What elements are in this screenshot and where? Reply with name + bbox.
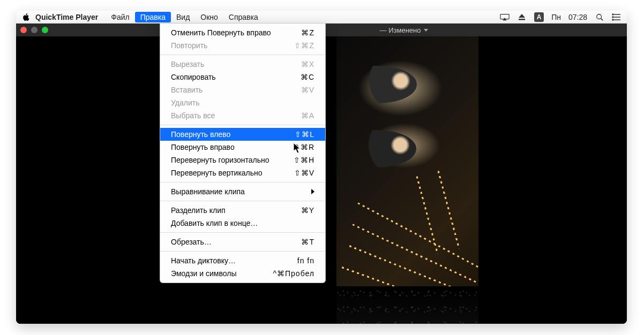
menu-item-shortcut: ⌘X: [301, 60, 314, 68]
zoom-window-button[interactable]: [42, 27, 48, 33]
menu-item[interactable]: Добавить клип в конце…: [160, 217, 325, 230]
svg-point-11: [612, 19, 613, 20]
chevron-down-icon: [424, 29, 428, 32]
menu-item: Вырезать⌘X: [160, 58, 325, 71]
menu-item-label: Обрезать…: [171, 238, 301, 246]
menu-item-label: Начать диктовку…: [171, 256, 297, 265]
menu-item-label: Отменить Повернуть вправо: [171, 28, 301, 37]
menu-list-icon[interactable]: [612, 13, 621, 21]
menu-item-shortcut: ⇧⌘H: [294, 156, 314, 164]
menubar-item-edit[interactable]: Правка: [135, 12, 171, 22]
menu-item[interactable]: Скопировать⌘C: [160, 71, 325, 83]
svg-point-10: [612, 17, 613, 18]
menu-item-label: Повторить: [171, 41, 294, 50]
svg-line-5: [601, 18, 603, 20]
menu-item[interactable]: Выравнивание клипа: [160, 185, 325, 198]
menu-item-shortcut: ⌘V: [301, 86, 314, 94]
menu-item-shortcut: ⇧⌘V: [294, 169, 314, 177]
menu-item-shortcut: ⌘C: [301, 73, 314, 81]
menubar-left: QuickTime Player Файл Правка Вид Окно Сп…: [21, 12, 264, 22]
app-name[interactable]: QuickTime Player: [35, 13, 98, 21]
menu-item-shortcut: ⇧⌘L: [295, 130, 314, 139]
menu-separator: [160, 251, 325, 252]
menu-item: Повторить⇧⌘Z: [160, 39, 325, 52]
menu-item-label: Удалить: [171, 98, 314, 107]
menu-item-label: Добавить клип в конце…: [171, 219, 314, 227]
airplay-icon[interactable]: [500, 13, 510, 21]
menubar-status-area: A Пн 07:28: [500, 12, 621, 22]
menu-item-shortcut: ⌘A: [301, 111, 314, 120]
menu-item-label: Эмодзи и символы: [171, 269, 273, 278]
menu-separator: [160, 55, 325, 55]
menu-item-shortcut: ⌘T: [301, 238, 314, 246]
menu-item[interactable]: Обрезать…⌘T: [160, 235, 325, 248]
menu-item[interactable]: Эмодзи и символы^⌘Пробел: [160, 267, 325, 280]
spotlight-icon[interactable]: [595, 13, 604, 21]
menu-item-label: Повернуть вправо: [171, 143, 294, 151]
menubar-item-view[interactable]: Вид: [171, 12, 195, 22]
menu-separator: [160, 182, 325, 182]
menu-item: Удалить: [160, 96, 325, 109]
menu-item[interactable]: Начать диктовку…fn fn: [160, 254, 325, 267]
menubar-day[interactable]: Пн: [551, 13, 561, 21]
menubar-item-file[interactable]: Файл: [106, 12, 134, 22]
menu-item-shortcut: ^⌘Пробел: [273, 269, 314, 278]
menu-separator: [160, 201, 325, 201]
apple-icon[interactable]: [21, 13, 30, 21]
menu-item-label: Скопировать: [171, 73, 301, 81]
eject-icon[interactable]: [517, 13, 527, 21]
menu-item-shortcut: ⌘Z: [301, 28, 314, 37]
close-window-button[interactable]: [20, 27, 27, 33]
menubar-item-help[interactable]: Справка: [223, 12, 264, 22]
menu-item: Выбрать все⌘A: [160, 109, 325, 122]
menu-item-label: Выбрать все: [171, 111, 301, 120]
menu-item-shortcut: ⇧⌘Z: [294, 41, 314, 50]
menu-item-label: Выравнивание клипа: [171, 187, 307, 196]
menubar-clock[interactable]: 07:28: [568, 13, 587, 21]
menu-item-label: Вставить: [171, 86, 301, 94]
video-content: [336, 36, 478, 324]
menu-item-label: Вырезать: [171, 60, 301, 68]
svg-point-4: [597, 14, 602, 19]
input-source-indicator[interactable]: A: [534, 12, 544, 22]
svg-marker-2: [519, 14, 525, 18]
minimize-window-button[interactable]: [31, 27, 38, 33]
submenu-arrow-icon: [311, 189, 314, 194]
svg-point-9: [612, 14, 613, 15]
menu-item-label: Перевернуть вертикально: [171, 169, 294, 177]
menu-item-shortcut: fn fn: [297, 256, 314, 265]
menu-separator: [160, 232, 325, 233]
traffic-lights: [20, 27, 48, 33]
menu-item-label: Повернуть влево: [171, 130, 295, 139]
menu-item[interactable]: Разделить клип⌘Y: [160, 204, 325, 217]
menu-item-label: Перевернуть горизонтально: [171, 156, 294, 164]
menubar-item-window[interactable]: Окно: [195, 12, 223, 22]
app-screenshot-frame: QuickTime Player Файл Правка Вид Окно Сп…: [16, 11, 627, 324]
video-crowd: [336, 286, 478, 324]
menu-item[interactable]: Отменить Повернуть вправо⌘Z: [160, 26, 325, 39]
cursor-pointer-icon: [293, 142, 302, 156]
macos-menubar: QuickTime Player Файл Правка Вид Окно Сп…: [16, 11, 627, 24]
menu-item[interactable]: Перевернуть вертикально⇧⌘V: [160, 166, 325, 179]
window-title-suffix: — Изменено: [380, 26, 421, 34]
menu-item-label: Разделить клип: [171, 206, 301, 215]
menu-item: Вставить⌘V: [160, 83, 325, 96]
menu-separator: [160, 125, 325, 125]
menu-item-shortcut: ⌘Y: [301, 206, 314, 215]
svg-rect-3: [519, 19, 525, 20]
menu-item[interactable]: Повернуть влево⇧⌘L: [160, 128, 325, 141]
